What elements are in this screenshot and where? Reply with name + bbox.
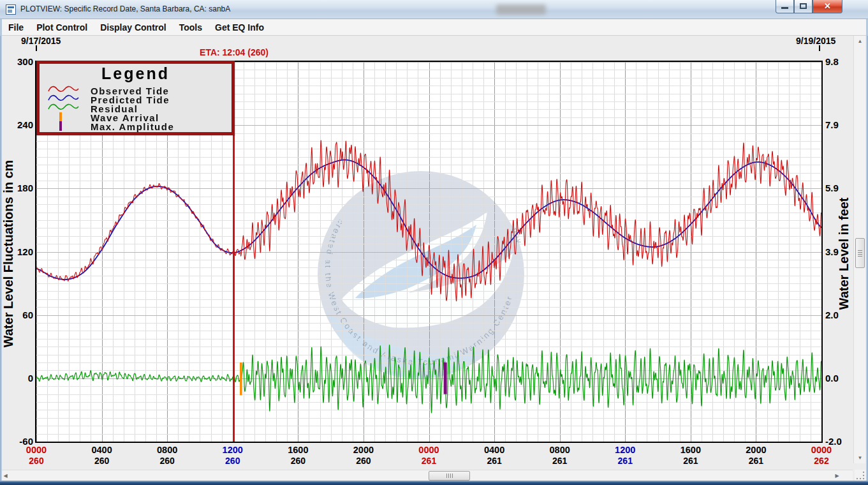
x-tick-day: 260 [210,456,255,466]
menu-bar: File Plot Control Display Control Tools … [2,19,866,36]
menu-display-control[interactable]: Display Control [94,20,172,35]
resize-grip[interactable] [855,470,866,481]
x-tick-day: 261 [472,456,517,466]
x-tick-day: 260 [341,456,386,466]
maximize-button[interactable] [794,0,813,13]
x-tick-column: 0800260 [145,445,189,466]
x-tick-column: 0000261 [407,445,452,466]
plotview-window: PLOTVIEW: Specific Record Date, Santa Ba… [0,0,868,485]
y-tick-cm: 60 [22,310,33,320]
vertical-scrollbar[interactable]: ▲ ▼ [853,36,865,463]
legend-item-max-amplitude: Max. Amplitude [40,121,232,130]
menu-get-eq-info[interactable]: Get EQ Info [209,20,270,35]
scroll-right-button[interactable]: ▶ [832,470,842,481]
horizontal-scrollbar[interactable]: ◀ ▶ [0,470,853,481]
x-tick-time: 0000 [799,445,844,456]
x-tick-time: 0400 [80,445,124,456]
y-axis-ticks-cm: 300240180120600-60 [0,36,33,482]
vertical-scrollbar-thumb[interactable] [855,238,865,268]
x-tick-column: 0400260 [80,445,124,466]
wave-arrival-bar-icon [59,112,62,122]
y-tick-feet: 0.0 [825,373,839,384]
y-tick-cm: 120 [17,246,33,257]
y-tick-feet: 5.9 [825,183,839,193]
end-date-tick [819,45,820,51]
x-tick-day: 261 [603,456,647,466]
x-tick-time: 1200 [603,445,647,456]
x-tick-day: 260 [14,456,59,466]
x-tick-column: 2000260 [341,445,386,466]
plot-view-area: 9/17/2015 9/19/2015 ETA: 12:04 (260) Wat… [0,36,868,485]
residual-wave-icon [47,102,79,112]
x-tick-time: 1600 [668,445,713,456]
minimize-icon [781,7,788,9]
x-tick-column: 0000262 [799,445,844,466]
y-tick-feet: 3.9 [825,246,839,257]
minimize-button[interactable] [776,0,794,13]
x-tick-column: 1600261 [668,445,713,466]
app-icon[interactable] [6,4,16,15]
legend-item-wave-arrival: Wave Arrival [40,112,232,121]
x-tick-day: 261 [668,456,713,466]
y-axis-ticks-feet: 9.87.95.93.92.00.0-2.0 [825,36,853,482]
x-tick-column: 0000260 [14,445,59,466]
x-tick-day: 261 [733,456,778,466]
maximize-icon [800,3,807,9]
scroll-down-button[interactable]: ▼ [855,452,865,463]
menu-plot-control[interactable]: Plot Control [30,20,94,35]
y-tick-cm: 0 [28,373,33,384]
thumb-grip-icon [446,474,453,478]
max-amplitude-bar-icon [59,121,62,131]
x-tick-time: 0000 [14,445,59,456]
x-tick-day: 261 [407,456,452,466]
x-tick-day: 260 [80,456,124,466]
menu-tools[interactable]: Tools [173,20,209,35]
x-tick-time: 2000 [733,445,778,456]
x-tick-column: 0800261 [538,445,582,466]
x-tick-time: 0800 [145,445,189,456]
x-tick-column: 1200261 [603,445,647,466]
title-bar: PLOTVIEW: Specific Record Date, Santa Ba… [0,0,868,19]
horizontal-scrollbar-thumb[interactable] [429,471,470,481]
eta-label: ETA: 12:04 (260) [200,47,268,57]
y-tick-cm: 180 [17,183,33,193]
x-tick-time: 2000 [341,445,386,456]
start-date-tick [36,45,37,51]
window-title: PLOTVIEW: Specific Record Date, Santa Ba… [20,4,230,13]
window-border-left [0,36,2,485]
x-tick-day: 260 [145,456,189,466]
x-tick-day: 260 [276,456,320,466]
legend-title: Legend [40,64,232,83]
y-tick-cm: 300 [17,56,33,67]
x-tick-time: 1600 [276,445,320,456]
x-tick-day: 262 [799,456,844,466]
x-tick-column: 0400261 [472,445,517,466]
legend-box: Legend Observed Tide Predicted Tide Resi… [36,61,235,135]
close-button[interactable]: ✕ [813,0,842,13]
x-tick-time: 0800 [538,445,582,456]
y-tick-cm: 240 [17,119,33,130]
close-icon: ✕ [813,1,842,11]
x-tick-column: 1600260 [276,445,320,466]
x-tick-column: 1200260 [210,445,255,466]
x-tick-day: 261 [538,456,582,466]
menu-file[interactable]: File [2,20,30,35]
legend-item-residual: Residual [40,103,232,112]
redacted-smudge [496,4,546,15]
y-tick-feet: 2.0 [825,310,839,320]
x-tick-time: 0400 [472,445,517,456]
y-tick-feet: 7.9 [825,119,839,130]
thumb-grip-icon [858,250,862,257]
y-tick-feet: 9.8 [825,56,839,67]
window-border-bottom [0,481,868,485]
window-controls: ✕ [776,0,842,13]
scroll-up-button[interactable]: ▲ [855,36,865,47]
legend-rows: Observed Tide Predicted Tide Residual Wa… [40,86,232,130]
x-tick-time: 0000 [407,445,452,456]
x-tick-column: 2000261 [733,445,778,466]
x-tick-time: 1200 [210,445,255,456]
